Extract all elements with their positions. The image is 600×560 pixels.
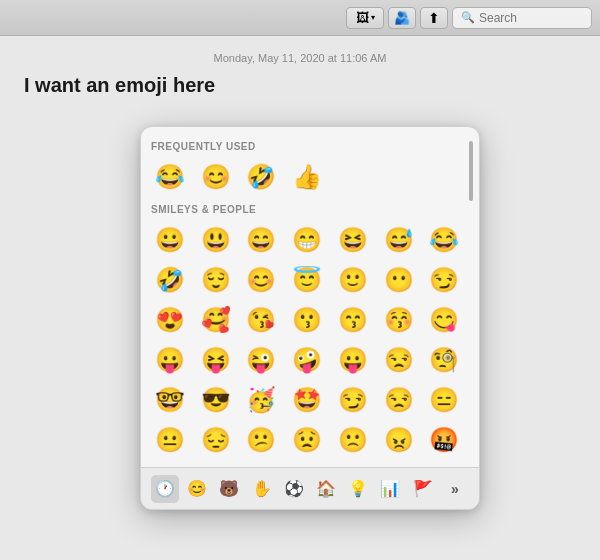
emoji-cell[interactable]: 😄 (242, 221, 280, 259)
photos-button[interactable]: 🖼 ▾ (346, 7, 384, 29)
emoji-body[interactable]: FREQUENTLY USED 😂 😊 🤣 👍 SMILEYS & PEOPLE… (141, 127, 479, 467)
sports-icon: ⚽ (284, 479, 304, 498)
emoji-cell[interactable]: 🤣 (242, 158, 280, 196)
emoji-cell[interactable]: 🥳 (242, 381, 280, 419)
category-animals[interactable]: 🐻 (215, 475, 243, 503)
emoji-cell[interactable]: 👍 (288, 158, 326, 196)
section-label-frequent: FREQUENTLY USED (151, 141, 469, 152)
emoji-cell[interactable]: 😛 (151, 341, 189, 379)
emoji-cell[interactable]: 🤓 (151, 381, 189, 419)
activities-icon: 📊 (380, 479, 400, 498)
category-smileys[interactable]: 😊 (183, 475, 211, 503)
category-objects[interactable]: 🏠 (312, 475, 340, 503)
emoji-cell[interactable]: 😔 (197, 421, 235, 459)
category-recent[interactable]: 🕐 (151, 475, 179, 503)
date-label: Monday, May 11, 2020 at 11:06 AM (20, 52, 580, 64)
emoji-cell[interactable]: 😕 (242, 421, 280, 459)
category-more[interactable]: » (441, 475, 469, 503)
emoji-cell[interactable]: 🤪 (288, 341, 326, 379)
chevron-down-icon: ▾ (371, 13, 375, 22)
emoji-cell[interactable]: 😚 (380, 301, 418, 339)
emoji-cell[interactable]: 😅 (380, 221, 418, 259)
emoji-button[interactable]: 🫂 (388, 7, 416, 29)
emoji-cell[interactable]: 😋 (425, 301, 463, 339)
emoji-cell[interactable]: 🤩 (288, 381, 326, 419)
category-sports[interactable]: ⚽ (280, 475, 308, 503)
emoji-cell[interactable]: 😌 (197, 261, 235, 299)
smileys-grid: 😀 😃 😄 😁 😆 😅 😂 🤣 😌 😊 😇 🙂 😶 😏 😍 🥰 😘 (151, 221, 469, 459)
emoji-cell[interactable]: 🥰 (197, 301, 235, 339)
flags-icon: 🚩 (413, 479, 433, 498)
emoji-cell[interactable]: 😜 (242, 341, 280, 379)
message-text: I want an emoji here (20, 74, 580, 97)
emoji-cell[interactable]: 😏 (334, 381, 372, 419)
emoji-cell[interactable]: 😂 (425, 221, 463, 259)
content-area: Monday, May 11, 2020 at 11:06 AM I want … (0, 36, 600, 115)
emoji-cell[interactable]: 😟 (288, 421, 326, 459)
search-box: 🔍 (452, 7, 592, 29)
emoji-cell[interactable]: 😛 (334, 341, 372, 379)
gestures-icon: ✋ (252, 479, 272, 498)
emoji-cell[interactable]: 😆 (334, 221, 372, 259)
emoji-cell[interactable]: 😏 (425, 261, 463, 299)
frequently-used-grid: 😂 😊 🤣 👍 (151, 158, 469, 196)
emoji-cell[interactable]: 🤣 (151, 261, 189, 299)
emoji-cell[interactable]: 😁 (288, 221, 326, 259)
emoji-cell[interactable]: 😍 (151, 301, 189, 339)
emoji-cell[interactable]: 😗 (288, 301, 326, 339)
photos-icon: 🖼 (356, 10, 369, 25)
emoji-cell[interactable]: 😒 (380, 381, 418, 419)
emoji-cell[interactable]: 😠 (380, 421, 418, 459)
emoji-cell[interactable]: 😑 (425, 381, 463, 419)
objects-icon: 🏠 (316, 479, 336, 498)
emoji-cell[interactable]: 🧐 (425, 341, 463, 379)
emoji-cell[interactable]: 😂 (151, 158, 189, 196)
category-symbols[interactable]: 💡 (344, 475, 372, 503)
search-input[interactable] (479, 11, 583, 25)
search-icon: 🔍 (461, 11, 475, 24)
recent-icon: 🕐 (155, 479, 175, 498)
emoji-cell[interactable]: 🙂 (334, 261, 372, 299)
emoji-cell[interactable]: 😶 (380, 261, 418, 299)
more-icon: » (451, 481, 459, 497)
emoji-cell[interactable]: 😀 (151, 221, 189, 259)
toolbar: 🖼 ▾ 🫂 ⬆ 🔍 (0, 0, 600, 36)
emoji-cell[interactable]: 😐 (151, 421, 189, 459)
animals-icon: 🐻 (219, 479, 239, 498)
emoji-cell[interactable]: 😝 (197, 341, 235, 379)
emoji-picker: FREQUENTLY USED 😂 😊 🤣 👍 SMILEYS & PEOPLE… (140, 126, 480, 510)
emoji-cell[interactable]: 😎 (197, 381, 235, 419)
share-icon: ⬆ (428, 10, 440, 26)
section-label-smileys: SMILEYS & PEOPLE (151, 204, 469, 215)
category-gestures[interactable]: ✋ (248, 475, 276, 503)
category-bar: 🕐 😊 🐻 ✋ ⚽ 🏠 💡 📊 🚩 (141, 467, 479, 509)
emoji-cell[interactable]: 😙 (334, 301, 372, 339)
emoji-icon: 🫂 (394, 10, 410, 25)
emoji-cell[interactable]: 😘 (242, 301, 280, 339)
emoji-cell[interactable]: 🤬 (425, 421, 463, 459)
smileys-icon: 😊 (187, 479, 207, 498)
emoji-cell[interactable]: 🙁 (334, 421, 372, 459)
emoji-cell[interactable]: 😊 (197, 158, 235, 196)
toolbar-icons: 🖼 ▾ 🫂 ⬆ 🔍 (346, 7, 592, 29)
emoji-cell[interactable]: 😇 (288, 261, 326, 299)
share-button[interactable]: ⬆ (420, 7, 448, 29)
emoji-cell[interactable]: 😃 (197, 221, 235, 259)
emoji-cell[interactable]: 😒 (380, 341, 418, 379)
symbols-icon: 💡 (348, 479, 368, 498)
scroll-indicator (469, 141, 473, 201)
category-flags[interactable]: 🚩 (409, 475, 437, 503)
category-activities[interactable]: 📊 (376, 475, 404, 503)
emoji-cell[interactable]: 😊 (242, 261, 280, 299)
